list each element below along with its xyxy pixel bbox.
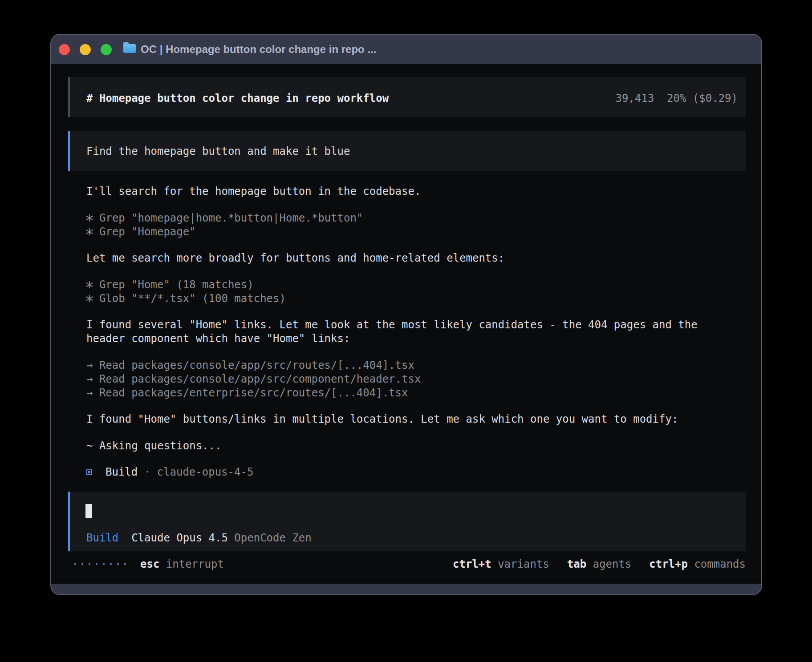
folder-icon: [123, 44, 136, 53]
user-message-text: Find the homepage button and make it blu…: [86, 145, 350, 157]
keybind-hints: ctrl+t variantstab agentsctrl+p commands: [453, 558, 746, 570]
spinner-dot: [110, 563, 112, 565]
spinner-dots: [74, 563, 126, 565]
session-title: # Homepage button color change in repo w…: [86, 92, 389, 105]
spinner-dot: [81, 563, 83, 565]
assistant-text-line: header component which have "Home" links…: [86, 332, 746, 346]
text-cursor: [85, 504, 92, 518]
spinner-dot: [74, 563, 76, 565]
message-block: → Read packages/console/app/src/routes/[…: [86, 359, 746, 400]
keybind-key: ctrl+t: [453, 558, 491, 570]
esc-hint: esc interrupt: [140, 558, 224, 570]
tool-call-line: ∗ Grep "Homepage": [86, 225, 746, 239]
minimize-button[interactable]: [80, 44, 91, 55]
message-block: I'll search for the homepage button in t…: [86, 185, 746, 198]
close-button[interactable]: [59, 44, 70, 55]
agent-model: · claude-opus-4-5: [138, 465, 253, 479]
tool-call-line: ∗ Grep "Home" (18 matches): [86, 278, 746, 292]
agent-status-row: Build · claude-opus-4-5: [68, 465, 746, 479]
tool-call-line: ∗ Grep "homepage|home.*button|Home.*butt…: [86, 211, 746, 225]
keybind-key: ctrl+p: [649, 558, 688, 570]
keybind-key: tab: [567, 558, 586, 570]
spinner-dot: [124, 563, 126, 565]
message-block: ∗ Grep "Home" (18 matches)∗ Glob "**/*.t…: [86, 278, 746, 306]
assistant-text-line: Let me search more broadly for buttons a…: [86, 251, 746, 265]
tool-call-line: → Read packages/console/app/src/componen…: [86, 372, 746, 386]
prompt-input[interactable]: Build Claude Opus 4.5 OpenCode Zen: [68, 492, 746, 551]
window-footer: [51, 584, 761, 594]
mode-label[interactable]: Build: [86, 532, 118, 544]
message-block: I found several "Home" links. Let me loo…: [86, 318, 746, 346]
conversation: I'll search for the homepage button in t…: [68, 185, 746, 453]
message-block: ~ Asking questions...: [86, 439, 746, 453]
session-stats: 39,413 20% ($0.29): [615, 92, 738, 105]
provider-label: OpenCode Zen: [234, 532, 311, 544]
titlebar[interactable]: OC | Homepage button color change in rep…: [51, 35, 761, 64]
user-message: Find the homepage button and make it blu…: [68, 131, 746, 171]
agent-build-icon: [86, 469, 92, 475]
window-title: OC | Homepage button color change in rep…: [141, 43, 376, 56]
keybind-hint: ctrl+p commands: [649, 558, 746, 570]
keybind-label: commands: [688, 558, 746, 570]
keybind-label: variants: [491, 558, 549, 570]
message-block: ∗ Grep "homepage|home.*button|Home.*butt…: [86, 211, 746, 239]
spinner-dot: [89, 563, 90, 565]
assistant-text-line: I found several "Home" links. Let me loo…: [86, 318, 746, 332]
status-bar: esc interrupt ctrl+t variantstab agentsc…: [68, 557, 746, 571]
spinner-dot: [96, 563, 97, 565]
spinner-dot: [117, 563, 119, 565]
terminal-window: OC | Homepage button color change in rep…: [50, 34, 762, 595]
keybind-label: agents: [586, 558, 631, 570]
message-block: Let me search more broadly for buttons a…: [86, 251, 746, 265]
tool-call-line: → Read packages/enterprise/src/routes/[.…: [86, 386, 746, 400]
session-header: # Homepage button color change in repo w…: [68, 77, 746, 117]
status-left: esc interrupt: [68, 558, 224, 570]
tool-bullet-icon: ∗: [85, 222, 94, 242]
model-line: Build Claude Opus 4.5 OpenCode Zen: [86, 531, 312, 545]
keybind-hint: tab agents: [567, 558, 632, 570]
tool-call-line: ∗ Glob "**/*.tsx" (100 matches): [86, 292, 746, 306]
message-block: I found "Home" buttons/links in multiple…: [86, 412, 746, 426]
tool-call-line: → Read packages/console/app/src/routes/[…: [86, 359, 746, 372]
traffic-lights: [59, 44, 112, 55]
agent-name: Build: [106, 465, 138, 479]
assistant-text-line: I found "Home" buttons/links in multiple…: [86, 412, 746, 426]
zoom-button[interactable]: [101, 44, 112, 55]
spinner-dot: [103, 563, 105, 565]
model-label[interactable]: Claude Opus 4.5: [131, 532, 228, 544]
assistant-text-line: I'll search for the homepage button in t…: [86, 185, 746, 198]
assistant-text-line: ~ Asking questions...: [86, 439, 746, 453]
terminal-content: # Homepage button color change in repo w…: [51, 64, 761, 584]
tool-bullet-icon: ∗: [85, 289, 94, 309]
keybind-hint: ctrl+t variants: [453, 558, 549, 570]
